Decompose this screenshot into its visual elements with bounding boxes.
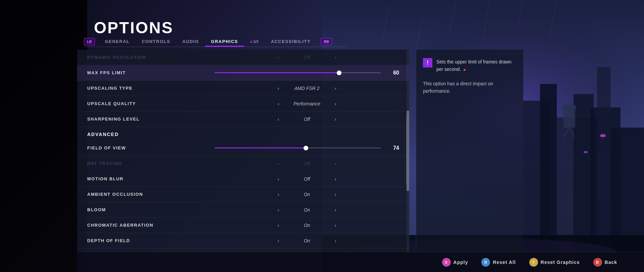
- tab-controls[interactable]: CONTROLS: [136, 36, 176, 47]
- control-ambient-occlusion: ‹ On ›: [215, 192, 399, 197]
- label-upscale-quality: UPSCALE QUALITY: [87, 101, 215, 106]
- tab-audio[interactable]: AUDIO: [176, 36, 205, 47]
- option-row-upscaling-type[interactable]: UPSCALING TYPE ‹ AMD FSR 2 ›: [77, 81, 409, 96]
- button-y-reset-graphics[interactable]: Y: [529, 258, 538, 267]
- value-max-fps-limit: 60: [386, 70, 399, 76]
- value-depth-of-field: On: [285, 238, 329, 243]
- info-icon-row: ! Sets the upper limit of frames drawn p…: [423, 58, 517, 73]
- tab-ui[interactable]: UI: [244, 36, 265, 47]
- control-dynamic-resolution: ‹ Off ›: [215, 55, 399, 60]
- value-bloom: On: [285, 207, 329, 213]
- arrow-left-sharpening-level[interactable]: ‹: [275, 117, 282, 122]
- slider-track-fov[interactable]: [215, 147, 381, 148]
- tab-accessibility[interactable]: ACCESSIBILITY: [265, 36, 317, 47]
- action-back[interactable]: B Back: [593, 258, 617, 267]
- option-row-chromatic-aberration[interactable]: CHROMATIC ABERRATION ‹ On ›: [77, 218, 409, 233]
- label-motion-blur: MOTION BLUR: [87, 176, 215, 181]
- info-icon: !: [423, 58, 432, 67]
- slider-track-max-fps[interactable]: [215, 72, 381, 73]
- arrow-left-chromatic-aberration[interactable]: ‹: [275, 223, 282, 228]
- arrow-right-ambient-occlusion[interactable]: ›: [332, 192, 339, 197]
- option-row-ray-tracing[interactable]: RAY TRACING ‹ Off ›: [77, 156, 409, 171]
- arrow-right-dynamic-resolution[interactable]: ›: [332, 55, 339, 60]
- option-row-bloom[interactable]: BLOOM ‹ On ›: [77, 202, 409, 218]
- arrow-left-motion-blur[interactable]: ‹: [275, 176, 282, 182]
- label-bloom: BLOOM: [87, 207, 215, 212]
- main-content: OPTIONS LB GENERAL CONTROLS AUDIO GRAPHI…: [77, 0, 644, 272]
- section-header-advanced: ADVANCED: [77, 127, 409, 140]
- options-panel: DYNAMIC RESOLUTION ‹ Off › MAX FPS LIMIT…: [77, 50, 409, 252]
- option-row-motion-blur[interactable]: MOTION BLUR ‹ Off ›: [77, 171, 409, 187]
- vertical-divider: [406, 117, 407, 184]
- slider-fill-fov: [215, 147, 306, 148]
- action-apply[interactable]: X Apply: [442, 258, 468, 267]
- arrow-right-chromatic-aberration[interactable]: ›: [332, 223, 339, 228]
- arrow-left-bloom[interactable]: ‹: [275, 207, 282, 213]
- button-x-apply[interactable]: X: [442, 258, 451, 267]
- lb-button[interactable]: LB: [84, 38, 95, 45]
- control-depth-of-field: ‹ On ›: [215, 238, 399, 243]
- info-panel: ! Sets the upper limit of frames drawn p…: [416, 50, 523, 252]
- arrow-right-sharpening-level[interactable]: ›: [332, 117, 339, 122]
- label-ray-tracing: RAY TRACING: [87, 161, 215, 166]
- control-chromatic-aberration: ‹ On ›: [215, 223, 399, 228]
- action-reset-graphics[interactable]: Y Reset Graphics: [529, 258, 580, 267]
- control-upscaling-type: ‹ AMD FSR 2 ›: [215, 86, 399, 91]
- option-row-depth-of-field[interactable]: DEPTH OF FIELD ‹ On ›: [77, 233, 409, 248]
- tab-general[interactable]: GENERAL: [99, 36, 136, 47]
- option-row-upscale-quality[interactable]: UPSCALE QUALITY ‹ Performance ›: [77, 96, 409, 111]
- value-dynamic-resolution: Off: [285, 55, 329, 60]
- button-b-back[interactable]: B: [593, 258, 602, 267]
- rb-button[interactable]: RB: [321, 38, 332, 45]
- scrollbar[interactable]: [407, 50, 409, 252]
- arrow-right-depth-of-field[interactable]: ›: [332, 238, 339, 243]
- arrow-left-depth-of-field[interactable]: ‹: [275, 238, 282, 243]
- button-r-reset-all[interactable]: R: [481, 258, 490, 267]
- info-primary-text: Sets the upper limit of frames drawn per…: [436, 58, 517, 73]
- arrow-right-upscale-quality[interactable]: ›: [332, 101, 339, 106]
- arrow-left-dynamic-resolution[interactable]: ‹: [275, 55, 282, 60]
- tab-graphics[interactable]: GRAPHICS: [205, 36, 244, 47]
- slider-fill-max-fps: [215, 72, 339, 73]
- option-row-field-of-view[interactable]: FIELD OF VIEW 74: [77, 140, 409, 156]
- value-motion-blur: Off: [285, 176, 329, 182]
- arrow-right-bloom[interactable]: ›: [332, 207, 339, 213]
- action-reset-all[interactable]: R Reset All: [481, 258, 516, 267]
- nav-tabs: LB GENERAL CONTROLS AUDIO GRAPHICS UI AC…: [84, 36, 345, 47]
- arrow-left-upscaling-type[interactable]: ‹: [275, 86, 282, 91]
- arrow-left-ambient-occlusion[interactable]: ‹: [275, 192, 282, 197]
- value-chromatic-aberration: On: [285, 223, 329, 228]
- control-motion-blur: ‹ Off ›: [215, 176, 399, 182]
- value-upscaling-type: AMD FSR 2: [285, 86, 329, 91]
- label-field-of-view: FIELD OF VIEW: [87, 145, 215, 150]
- value-ambient-occlusion: On: [285, 192, 329, 197]
- arrow-right-upscaling-type[interactable]: ›: [332, 86, 339, 91]
- option-row-max-fps-limit[interactable]: MAX FPS LIMIT 60: [77, 65, 409, 81]
- label-max-fps-limit: MAX FPS LIMIT: [87, 70, 215, 75]
- scrollbar-thumb[interactable]: [407, 110, 409, 191]
- arrow-right-motion-blur[interactable]: ›: [332, 176, 339, 182]
- option-row-sharpening-level[interactable]: SHARPENING LEVEL ‹ Off ›: [77, 111, 409, 127]
- label-chromatic-aberration: CHROMATIC ABERRATION: [87, 223, 215, 228]
- option-row-ambient-occlusion[interactable]: AMBIENT OCCLUSION ‹ On ›: [77, 187, 409, 202]
- value-upscale-quality: Performance: [285, 101, 329, 106]
- slider-container-max-fps: 60: [215, 70, 399, 76]
- control-bloom: ‹ On ›: [215, 207, 399, 213]
- info-dot: [464, 69, 466, 71]
- label-dynamic-resolution: DYNAMIC RESOLUTION: [87, 55, 215, 60]
- option-row-dynamic-resolution[interactable]: DYNAMIC RESOLUTION ‹ Off ›: [77, 50, 409, 65]
- slider-thumb-max-fps[interactable]: [337, 71, 341, 75]
- left-overlay: [0, 0, 87, 272]
- arrow-left-upscale-quality[interactable]: ‹: [275, 101, 282, 106]
- control-sharpening-level: ‹ Off ›: [215, 117, 399, 122]
- value-field-of-view: 74: [386, 145, 399, 151]
- slider-thumb-fov[interactable]: [304, 146, 308, 150]
- value-ray-tracing: Off: [285, 161, 329, 166]
- arrow-left-ray-tracing[interactable]: ‹: [275, 161, 282, 166]
- info-secondary-text: This option has a direct impact on perfo…: [423, 80, 517, 95]
- arrow-right-ray-tracing[interactable]: ›: [332, 161, 339, 166]
- label-ambient-occlusion: AMBIENT OCCLUSION: [87, 192, 215, 197]
- control-upscale-quality: ‹ Performance ›: [215, 101, 399, 106]
- label-depth-of-field: DEPTH OF FIELD: [87, 238, 215, 243]
- value-sharpening-level: Off: [285, 117, 329, 122]
